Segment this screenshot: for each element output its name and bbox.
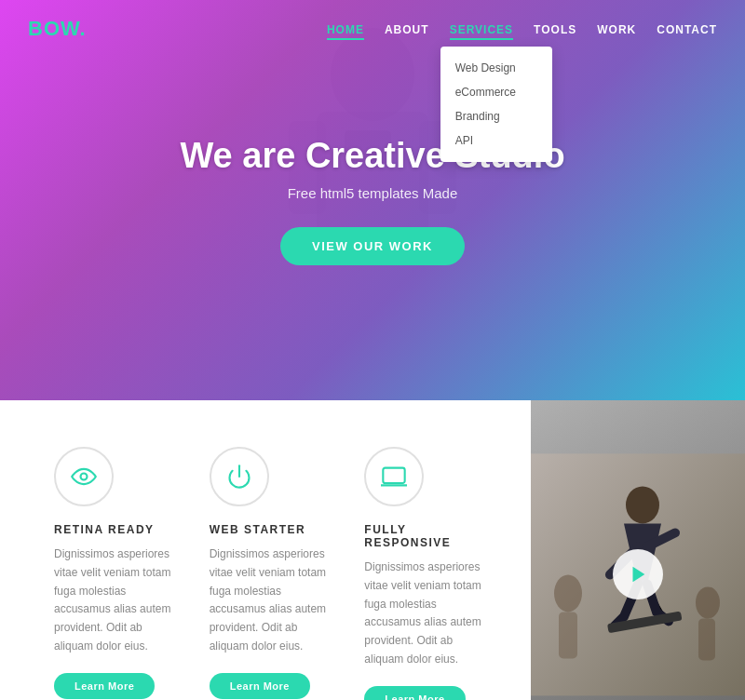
- svg-point-10: [626, 486, 659, 523]
- play-icon: [628, 564, 648, 585]
- nav-item-about[interactable]: ABOUT: [385, 20, 429, 37]
- dropdown-item-branding[interactable]: Branding: [440, 104, 552, 128]
- nav-item-services[interactable]: SERVICES Web Design eCommerce Branding A…: [450, 20, 513, 37]
- nav-item-tools[interactable]: TOOLS: [534, 20, 576, 37]
- logo-text: BOW: [28, 17, 80, 40]
- nav-item-home[interactable]: HOME: [327, 20, 364, 37]
- svg-point-14: [696, 586, 720, 618]
- nav-link-services[interactable]: SERVICES: [450, 23, 513, 40]
- features-grid: RETINA READY Dignissimos asperiores vita…: [0, 400, 531, 700]
- logo[interactable]: BOW.: [28, 17, 87, 41]
- dropdown-item-webdesign[interactable]: Web Design: [440, 56, 552, 80]
- feature-retina-ready: RETINA READY Dignissimos asperiores vita…: [37, 447, 193, 700]
- power-icon-wrapper: [210, 447, 269, 506]
- feature-2-title: WEB STARTER: [210, 523, 332, 536]
- svg-point-12: [554, 574, 582, 612]
- services-dropdown: Web Design eCommerce Branding API: [440, 47, 552, 162]
- features-section: RETINA READY Dignissimos asperiores vita…: [0, 400, 745, 700]
- laptop-icon: [381, 464, 407, 490]
- nav-links: HOME ABOUT SERVICES Web Design eCommerce…: [327, 20, 717, 37]
- feature-3-learn-more[interactable]: Learn More: [364, 686, 465, 700]
- nav-link-about[interactable]: ABOUT: [385, 23, 429, 36]
- laptop-icon-wrapper: [364, 447, 424, 506]
- svg-rect-15: [698, 618, 715, 660]
- svg-point-6: [81, 474, 88, 480]
- hero-cta-button[interactable]: VIEW OUR WORK: [280, 227, 465, 265]
- dropdown-item-api[interactable]: API: [440, 128, 552, 153]
- eye-icon: [71, 464, 97, 490]
- nav-item-work[interactable]: WORK: [597, 20, 636, 37]
- feature-1-desc: Dignissimos asperiores vitae velit venia…: [54, 545, 176, 656]
- power-icon: [226, 464, 252, 490]
- feature-3-title: FULLY RESPONSIVE: [364, 523, 486, 549]
- svg-marker-16: [633, 567, 645, 583]
- feature-2-desc: Dignissimos asperiores vitae velit venia…: [210, 545, 332, 656]
- feature-1-title: RETINA READY: [54, 523, 176, 536]
- nav-link-work[interactable]: WORK: [597, 23, 636, 36]
- retina-icon-wrapper: [54, 447, 114, 506]
- svg-rect-8: [384, 468, 405, 483]
- nav-link-contact[interactable]: CONTACT: [657, 23, 717, 36]
- play-button[interactable]: [613, 549, 663, 599]
- feature-1-learn-more[interactable]: Learn More: [54, 673, 155, 699]
- nav-item-contact[interactable]: CONTACT: [657, 20, 717, 37]
- nav-link-tools[interactable]: TOOLS: [534, 23, 576, 36]
- navbar: BOW. HOME ABOUT SERVICES Web Design eCom…: [0, 0, 745, 58]
- hero-section: We are Creative Studio Free html5 templa…: [0, 0, 745, 400]
- hero-subtitle: Free html5 templates Made: [180, 185, 564, 201]
- feature-fully-responsive: FULLY RESPONSIVE Dignissimos asperiores …: [347, 447, 503, 700]
- logo-dot: .: [80, 17, 87, 40]
- features-image-panel: [531, 400, 745, 700]
- feature-web-starter: WEB STARTER Dignissimos asperiores vitae…: [193, 447, 348, 700]
- feature-2-learn-more[interactable]: Learn More: [210, 673, 310, 699]
- dropdown-item-ecommerce[interactable]: eCommerce: [440, 80, 552, 104]
- svg-rect-13: [559, 612, 577, 658]
- feature-3-desc: Dignissimos asperiores vitae velit venia…: [364, 559, 486, 669]
- nav-link-home[interactable]: HOME: [327, 23, 364, 40]
